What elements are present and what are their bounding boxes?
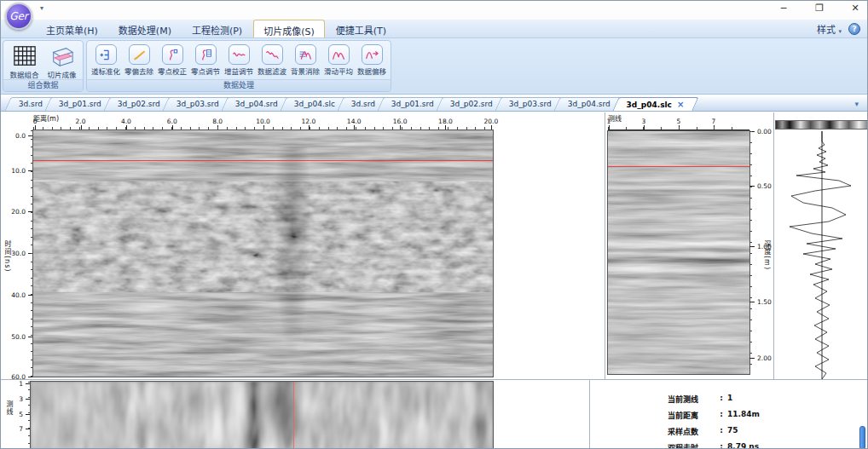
vertical-splitter-2[interactable] [773, 112, 774, 379]
tick-mark [609, 125, 610, 130]
vertical-splitter-1[interactable] [605, 112, 605, 379]
info-row: 双程走时:8.79 ns [668, 442, 760, 449]
ribbon-button-label: 数据组合 [9, 69, 38, 79]
ribbon-button-zero-offset-remove[interactable]: 零偏去除 [123, 43, 155, 76]
ribbon-button-label: 数据偏移 [357, 66, 386, 76]
line-y-axis-title: 深度(m) [762, 240, 772, 270]
info-label: 双程走时 [668, 442, 715, 449]
data-migrate-icon [362, 44, 383, 65]
radar-bscan-image[interactable] [33, 130, 493, 377]
depth-cursor-line [608, 166, 749, 167]
background-remove-icon [295, 44, 316, 65]
ribbon-button-label: 背景消除 [291, 66, 320, 76]
app-logo-button[interactable]: Ger [5, 3, 32, 30]
ribbon-button-background-remove[interactable]: 背景消除 [289, 43, 321, 76]
info-panel: 当前测线:1当前距离:11.84m采样点数:75双程走时:8.79 ns [668, 394, 760, 449]
info-value: 75 [727, 426, 738, 442]
trace-waveform-panel[interactable] [776, 131, 868, 379]
radar-crossline-image[interactable] [608, 131, 749, 374]
tick-label: 40.0 [11, 291, 26, 299]
tick-label: 0.50 [757, 182, 772, 190]
info-label: 当前测线 [668, 394, 715, 410]
tick-mark [749, 358, 755, 359]
ribbon-button-moving-average[interactable]: 滑动平均 [322, 43, 355, 76]
tick-mark [309, 125, 310, 130]
document-tab-label: 3d_p04.srd [568, 98, 610, 111]
quick-access-dropdown-icon[interactable]: ▾ [40, 4, 43, 12]
ribbon-button-data-grid[interactable]: 数据组合 [6, 43, 43, 79]
ribbon-button-gain-adjust[interactable]: 增益调节 [223, 43, 255, 76]
ribbon: 数据组合切片成像组合数据道标准化零偏去除零点校正零点调节增益调节数据滤波背景消除… [1, 38, 867, 95]
tick-mark [749, 131, 755, 132]
tick-label: 5 [677, 118, 681, 125]
close-button[interactable]: ✕ [848, 3, 862, 14]
tick-mark [749, 302, 755, 302]
tick-mark [679, 125, 680, 130]
main-x-axis: 02.04.06.08.010.012.014.016.018.020.0 [33, 118, 493, 130]
tick-label: 7 [712, 118, 716, 125]
tab-overflow-dropdown-icon[interactable]: ▾ [854, 100, 859, 108]
tick-label: 18.0 [438, 118, 453, 125]
tab-close-icon[interactable]: × [677, 100, 684, 109]
tick-label: 12.0 [302, 118, 316, 125]
time-cursor-line [33, 160, 493, 161]
info-row: 当前测线:1 [668, 394, 760, 410]
ribbon-group-2: 道标准化零偏去除零点校正零点调节增益调节数据滤波背景消除滑动平均数据偏移数据处理 [86, 40, 391, 92]
menu-tab-1[interactable]: 主页菜单(H) [37, 20, 107, 37]
tick-label: 6.0 [167, 118, 177, 125]
tick-label: 3 [642, 118, 646, 125]
info-separator: : [715, 394, 727, 410]
ribbon-button-label: 增益调节 [224, 66, 253, 76]
ribbon-button-zero-point-correct[interactable]: 零点校正 [156, 43, 188, 76]
tick-mark [35, 125, 36, 130]
moving-average-icon [328, 44, 350, 65]
horizontal-splitter[interactable] [1, 379, 868, 380]
chevron-down-icon: ▾ [838, 28, 842, 35]
menu-tab-4[interactable]: 切片成像(S) [253, 20, 325, 37]
ribbon-button-label: 零点调节 [191, 66, 220, 76]
style-dropdown[interactable]: 样式 ▾ [817, 22, 842, 36]
ribbon-group-label: 组合数据 [3, 79, 83, 91]
document-tab-label: 3d_p01.srd [391, 98, 434, 111]
ribbon-button-data-filter[interactable]: 数据滤波 [256, 43, 288, 76]
vertical-splitter-3[interactable] [589, 380, 590, 449]
help-icon[interactable]: ? [848, 23, 860, 35]
document-tab-label: 3d_p04.slc× [627, 98, 685, 112]
ribbon-button-slice-cube[interactable]: 切片成像 [43, 43, 80, 79]
trace-normalize-icon [95, 44, 117, 65]
menu-tab-2[interactable]: 数据处理(M) [109, 20, 181, 37]
ribbon-button-label: 数据滤波 [258, 66, 286, 76]
document-tab-label: 3d_p02.srd [118, 98, 160, 111]
slice-y-axis: 1357 [16, 382, 31, 449]
tick-mark [491, 125, 492, 130]
ribbon-button-data-migrate[interactable]: 数据偏移 [356, 43, 388, 76]
document-tab-12[interactable]: 3d_p04.slc× [612, 97, 698, 111]
maximize-button[interactable]: ❐ [813, 3, 826, 14]
tick-mark [217, 125, 218, 130]
tick-label: 20.0 [483, 118, 498, 125]
info-label: 采样点数 [668, 426, 715, 442]
document-tab-label: 3d.srd [19, 98, 43, 111]
document-tab-label: 3d_p03.srd [509, 98, 552, 111]
gain-adjust-icon [229, 44, 250, 65]
slice-y-axis-title: 测线 [4, 400, 14, 416]
tick-label: 1 [19, 380, 23, 388]
ribbon-button-zero-point-adjust[interactable]: 零点调节 [189, 43, 222, 76]
scrollbar-thumb[interactable] [859, 426, 865, 449]
title-bar: Ger ▾ ─ ❐ ✕ [1, 1, 867, 20]
ribbon-button-label: 零偏去除 [124, 66, 153, 76]
tick-label: 10.0 [11, 167, 26, 175]
radar-slice-image[interactable] [31, 382, 493, 449]
tick-label: 0.00 [757, 128, 772, 135]
menu-tab-3[interactable]: 工程检测(P) [182, 20, 252, 37]
ribbon-button-trace-normalize[interactable]: 道标准化 [90, 43, 122, 76]
menu-tab-5[interactable]: 便捷工具(T) [327, 20, 396, 37]
tick-mark [714, 125, 715, 130]
tick-label: 1 [607, 118, 611, 125]
style-dropdown-label: 样式 [817, 25, 836, 36]
minimize-button[interactable]: ─ [777, 3, 790, 14]
tick-mark [263, 125, 264, 130]
tick-label: 1.50 [757, 298, 772, 306]
info-separator: : [715, 442, 727, 449]
tick-label: 0 [33, 118, 38, 125]
